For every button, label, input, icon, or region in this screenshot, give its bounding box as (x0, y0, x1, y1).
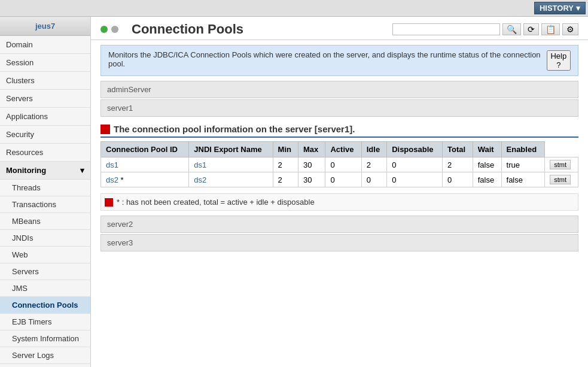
cell-max: 30 (298, 157, 325, 172)
refresh-button[interactable]: ⟳ (523, 23, 539, 35)
cell-enabled: true (501, 157, 545, 172)
sidebar-item-jndis[interactable]: JNDIs (0, 230, 90, 247)
sidebar-item-connection-pools[interactable]: Connection Pools (0, 297, 90, 314)
settings-button[interactable]: ⚙ (562, 23, 578, 35)
sidebar-item-session[interactable]: Session (0, 54, 90, 72)
col-header-jndi: JNDI Export Name (189, 142, 273, 157)
cell-wait: false (473, 157, 501, 172)
info-text: Monitors the JDBC/ICA Connection Pools w… (108, 50, 547, 68)
cell-jndi[interactable]: ds1 (189, 157, 273, 172)
table-row: ds1 ds1 2 30 0 2 0 2 false true stmt (101, 157, 578, 172)
sidebar-item-server-logs[interactable]: Server Logs (0, 347, 90, 364)
col-header-enabled: Enabled (501, 142, 545, 157)
search-button[interactable]: 🔍 (502, 23, 521, 35)
sidebar-item-jms[interactable]: JMS (0, 280, 90, 297)
cell-active: 0 (325, 172, 361, 187)
history-button[interactable]: HISTORY ▾ (534, 2, 586, 14)
cell-wait: false (473, 172, 501, 187)
main-layout: jeus7 Domain Session Clusters Servers Ap… (0, 17, 588, 367)
sidebar-item-clusters[interactable]: Clusters (0, 72, 90, 90)
sidebar-item-servers[interactable]: Servers (0, 90, 90, 108)
stmt-button[interactable]: stmt (550, 160, 571, 169)
sidebar-item-threads[interactable]: Threads (0, 180, 90, 196)
search-input[interactable] (392, 23, 500, 35)
sidebar-item-resources[interactable]: Resources (0, 144, 90, 162)
server-row-server1[interactable]: server1 (100, 99, 578, 117)
sidebar-item-applications[interactable]: Applications (0, 108, 90, 126)
history-label: HISTORY (540, 4, 574, 13)
sidebar-item-statistics[interactable]: Statistics (0, 364, 90, 367)
cell-idle: 0 (361, 172, 386, 187)
note-text: * : has not been created, total = active… (117, 198, 315, 207)
chevron-down-icon: ▾ (576, 4, 580, 13)
server-row-server3[interactable]: server3 (100, 234, 578, 251)
table-row: ds2 * ds2 2 30 0 0 0 0 false false stmt (101, 172, 578, 187)
sidebar-item-servers-mon[interactable]: Servers (0, 263, 90, 280)
cell-pool-id[interactable]: ds1 (101, 157, 189, 172)
top-bar: HISTORY ▾ (0, 0, 588, 17)
help-button[interactable]: Help ? (547, 50, 571, 71)
content-body: adminServer server1 The connection pool … (91, 81, 588, 367)
sidebar-item-web[interactable]: Web (0, 247, 90, 263)
sidebar-server-name[interactable]: jeus7 (0, 17, 90, 36)
col-header-pool-id: Connection Pool ID (101, 142, 189, 157)
cell-active: 0 (325, 157, 361, 172)
stmt-button[interactable]: stmt (550, 175, 571, 184)
page-title: Connection Pools (132, 22, 243, 37)
cell-jndi[interactable]: ds2 (189, 172, 273, 187)
note-section: * : has not been created, total = active… (100, 193, 578, 211)
sidebar: jeus7 Domain Session Clusters Servers Ap… (0, 17, 91, 367)
cell-total: 2 (443, 157, 473, 172)
chevron-down-icon: ▾ (80, 166, 84, 175)
note-icon (105, 198, 113, 207)
col-header-wait: Wait (473, 142, 501, 157)
cell-pool-id[interactable]: ds2 * (101, 172, 189, 187)
cell-total: 0 (443, 172, 473, 187)
sidebar-item-domain[interactable]: Domain (0, 36, 90, 54)
sidebar-item-mbeans[interactable]: MBeans (0, 213, 90, 230)
server-row-server2[interactable]: server2 (100, 216, 578, 233)
cell-disposable: 0 (387, 172, 443, 187)
status-dot-gray (111, 26, 118, 33)
section-icon (100, 125, 110, 134)
cell-min: 2 (273, 157, 298, 172)
cell-idle: 2 (361, 157, 386, 172)
col-header-total: Total (443, 142, 473, 157)
export-button[interactable]: 📋 (541, 23, 560, 35)
cell-stmt[interactable]: stmt (545, 172, 578, 187)
sidebar-item-security[interactable]: Security (0, 126, 90, 144)
col-header-disposable: Disposable (387, 142, 443, 157)
sidebar-item-ejb-timers[interactable]: EJB Timers (0, 314, 90, 330)
connection-pool-table: Connection Pool ID JNDI Export Name Min … (100, 141, 578, 187)
content-header: Connection Pools 🔍 ⟳ 📋 ⚙ (91, 17, 588, 40)
col-header-min: Min (273, 142, 298, 157)
cell-disposable: 0 (387, 157, 443, 172)
section-header: The connection pool information on the s… (100, 124, 578, 138)
col-header-idle: Idle (361, 142, 386, 157)
info-banner: Monitors the JDBC/ICA Connection Pools w… (100, 45, 578, 76)
cell-stmt[interactable]: stmt (545, 157, 578, 172)
status-dot-green (100, 26, 108, 33)
sidebar-item-transactions[interactable]: Transactions (0, 196, 90, 213)
cell-max: 30 (298, 172, 325, 187)
server-row-adminserver[interactable]: adminServer (100, 81, 578, 98)
sidebar-monitoring-label: Monitoring (6, 166, 46, 175)
content-area: Connection Pools 🔍 ⟳ 📋 ⚙ Monitors the JD… (91, 17, 588, 367)
col-header-active: Active (325, 142, 361, 157)
sidebar-monitoring-section[interactable]: Monitoring ▾ (0, 162, 90, 180)
cell-min: 2 (273, 172, 298, 187)
cell-enabled: false (501, 172, 545, 187)
col-header-max: Max (298, 142, 325, 157)
sidebar-item-system-information[interactable]: System Information (0, 330, 90, 347)
section-title: The connection pool information on the s… (114, 124, 355, 134)
